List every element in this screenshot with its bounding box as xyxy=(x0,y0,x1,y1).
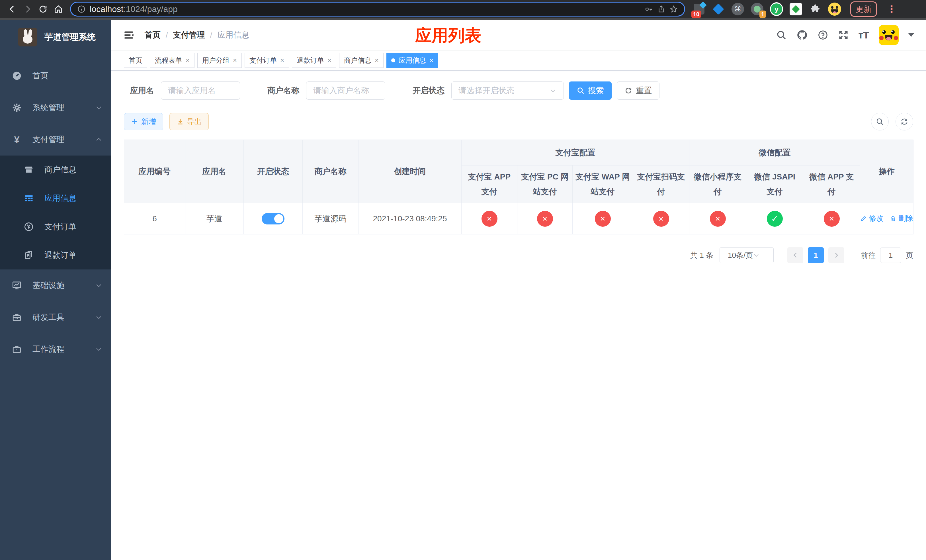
tag-close-icon[interactable]: × xyxy=(327,56,331,64)
table-grid-icon xyxy=(22,193,35,203)
extension-recorder-icon[interactable]: 1 xyxy=(750,3,764,16)
font-size-icon[interactable]: ᴛT xyxy=(858,30,869,41)
tag-process-form[interactable]: 流程表单× xyxy=(150,53,195,68)
export-button[interactable]: 导出 xyxy=(169,113,209,130)
chevron-down-icon xyxy=(95,345,103,353)
avatar-dropdown-caret-icon[interactable] xyxy=(908,33,914,37)
tag-close-icon[interactable]: × xyxy=(186,56,190,64)
sidebar-item-dev-tools[interactable]: 研发工具 xyxy=(0,301,111,333)
page-size-select[interactable]: 10条/页 xyxy=(720,247,774,263)
table-row: 6 芋道 芋道源码 2021-10-23 08:49:25 × × × × × … xyxy=(124,203,914,235)
goto-page-input[interactable] xyxy=(880,248,901,263)
tag-refund-orders[interactable]: 退款订单× xyxy=(292,53,336,68)
cell-merchant: 芋道源码 xyxy=(303,203,359,235)
tag-user-group[interactable]: 用户分组× xyxy=(197,53,242,68)
merchant-name-input[interactable] xyxy=(306,82,385,100)
monitor-chart-icon xyxy=(10,280,23,291)
header-search-icon[interactable] xyxy=(776,30,787,41)
sidebar-menu: 首页 系统管理 ¥ 支付管理 xyxy=(0,60,111,365)
app-name-label: 应用名 xyxy=(130,85,154,96)
prev-page-button[interactable] xyxy=(787,247,803,263)
sidebar: 芋道管理系统 首页 系统管理 ¥ 支付管理 xyxy=(0,20,111,560)
sidebar-item-app-info[interactable]: 应用信息 xyxy=(0,184,111,212)
github-icon[interactable] xyxy=(796,29,808,41)
fullscreen-icon[interactable] xyxy=(838,30,849,41)
sidebar-item-home[interactable]: 首页 xyxy=(0,60,111,92)
tag-app-info-active[interactable]: 应用信息× xyxy=(386,53,438,68)
help-icon[interactable] xyxy=(817,30,828,41)
tag-close-icon[interactable]: × xyxy=(430,56,433,64)
password-key-icon[interactable] xyxy=(645,5,653,14)
site-info-icon[interactable] xyxy=(77,5,86,14)
delete-link[interactable]: 删除 xyxy=(890,213,913,223)
add-button[interactable]: 新增 xyxy=(124,113,163,130)
cell-wx-jsapi: ✓ xyxy=(746,203,803,235)
col-alipay-app: 支付宝 APP 支付 xyxy=(461,165,517,203)
sidebar-item-merchant-info[interactable]: 商户信息 xyxy=(0,156,111,184)
breadcrumb-payment[interactable]: 支付管理 xyxy=(173,30,205,41)
browser-home-button[interactable] xyxy=(51,2,66,17)
status-select[interactable]: 请选择开启状态 xyxy=(451,82,564,100)
chevron-left-icon xyxy=(791,251,799,259)
yen-circle-icon xyxy=(22,222,35,232)
next-page-button[interactable] xyxy=(828,247,844,263)
share-icon[interactable] xyxy=(657,5,666,14)
forward-arrow-icon xyxy=(23,4,32,14)
tag-pay-orders[interactable]: 支付订单× xyxy=(245,53,289,68)
col-wx-mini: 微信小程序支付 xyxy=(689,165,746,203)
total-count: 共 1 条 xyxy=(690,250,713,260)
breadcrumb-home[interactable]: 首页 xyxy=(145,30,160,41)
chevron-right-icon xyxy=(832,251,840,259)
browser-forward-button[interactable] xyxy=(20,2,35,17)
tag-close-icon[interactable]: × xyxy=(280,56,284,64)
extension-y-icon[interactable]: y xyxy=(770,3,783,16)
browser-reload-button[interactable] xyxy=(35,2,51,17)
col-wx-jsapi: 微信 JSAPI 支付 xyxy=(746,165,803,203)
gear-icon xyxy=(10,103,23,113)
tag-close-icon[interactable]: × xyxy=(375,56,379,64)
storefront-icon xyxy=(22,165,35,175)
breadcrumb-current: 应用信息 xyxy=(218,30,250,41)
extension-grid-icon[interactable]: 10 xyxy=(693,3,706,16)
extension-kite-icon[interactable] xyxy=(712,3,725,16)
extensions-area: 10 ⌘ 1 y 更新 ⋮ xyxy=(693,2,896,17)
browser-menu-kebab-icon[interactable]: ⋮ xyxy=(887,3,896,15)
chevron-down-icon xyxy=(549,87,557,94)
reset-button[interactable]: 重置 xyxy=(617,82,660,100)
bookmark-star-icon[interactable] xyxy=(669,5,678,14)
refresh-table-button[interactable] xyxy=(896,113,913,130)
cell-status xyxy=(244,203,303,235)
document-copy-icon xyxy=(22,250,35,260)
sidebar-item-workflow[interactable]: 工作流程 xyxy=(0,333,111,365)
search-icon xyxy=(576,86,585,95)
sidebar-item-refund-orders[interactable]: 退款订单 xyxy=(0,241,111,269)
page-title-overlay: 应用列表 xyxy=(415,24,481,47)
sidebar-item-system[interactable]: 系统管理 xyxy=(0,92,111,124)
chrome-update-button[interactable]: 更新 xyxy=(850,2,877,17)
search-button[interactable]: 搜索 xyxy=(569,82,612,100)
reload-icon xyxy=(38,5,48,14)
status-cross-icon: × xyxy=(595,211,611,227)
cell-alipay-scan: × xyxy=(633,203,689,235)
extension-emoji-icon[interactable] xyxy=(828,3,841,16)
page-number-current[interactable]: 1 xyxy=(808,247,824,263)
address-bar[interactable]: localhost:1024/pay/app xyxy=(70,2,685,17)
col-created: 创建时间 xyxy=(359,140,461,203)
sidebar-logo-row[interactable]: 芋道管理系统 xyxy=(0,20,111,54)
toggle-search-button[interactable] xyxy=(871,113,889,130)
extension-store-icon[interactable] xyxy=(789,3,802,16)
extension-command-icon[interactable]: ⌘ xyxy=(731,3,744,16)
edit-link[interactable]: 修改 xyxy=(860,213,884,223)
user-avatar[interactable] xyxy=(879,25,899,45)
app-name-input[interactable] xyxy=(161,82,240,100)
tag-close-icon[interactable]: × xyxy=(233,56,237,64)
extensions-puzzle-icon[interactable] xyxy=(809,3,822,16)
sidebar-item-infrastructure[interactable]: 基础设施 xyxy=(0,269,111,301)
browser-back-button[interactable] xyxy=(5,2,20,17)
tag-home[interactable]: 首页 xyxy=(124,53,147,68)
sidebar-item-payment[interactable]: ¥ 支付管理 xyxy=(0,124,111,156)
sidebar-item-pay-orders[interactable]: 支付订单 xyxy=(0,212,111,241)
tag-merchant-info[interactable]: 商户信息× xyxy=(339,53,384,68)
status-toggle-on[interactable] xyxy=(262,213,284,224)
sidebar-fold-icon[interactable] xyxy=(123,29,135,41)
